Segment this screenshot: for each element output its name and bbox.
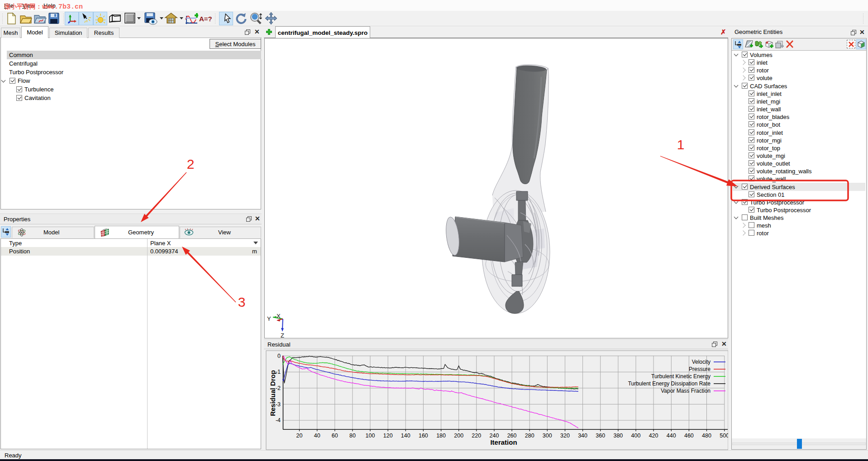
svg-text:20: 20 xyxy=(296,432,303,439)
svg-text:320: 320 xyxy=(560,432,570,439)
svg-text:80: 80 xyxy=(349,432,356,439)
svg-text:220: 220 xyxy=(472,432,481,439)
svg-text:180: 180 xyxy=(436,432,446,439)
svg-text:280: 280 xyxy=(525,432,534,439)
svg-text:140: 140 xyxy=(401,432,410,439)
svg-text:X: X xyxy=(277,313,281,319)
svg-text:Pressure: Pressure xyxy=(689,366,711,372)
svg-text:100: 100 xyxy=(366,432,375,439)
svg-text:420: 420 xyxy=(649,432,658,439)
svg-text:-4: -4 xyxy=(276,417,281,423)
svg-text:200: 200 xyxy=(454,432,463,439)
svg-text:260: 260 xyxy=(507,432,517,439)
svg-text:Vapor Mass Fraction: Vapor Mass Fraction xyxy=(661,388,711,394)
svg-text:480: 480 xyxy=(702,432,711,439)
svg-text:Turbulent Kinetic Energy: Turbulent Kinetic Energy xyxy=(651,373,711,380)
svg-text:0: 0 xyxy=(277,353,281,359)
svg-text:500: 500 xyxy=(720,432,728,439)
svg-text:Y: Y xyxy=(267,315,271,322)
svg-text:460: 460 xyxy=(684,432,694,439)
svg-text:160: 160 xyxy=(419,432,428,439)
svg-text:Residual Drop: Residual Drop xyxy=(269,370,277,416)
svg-text:Iteration: Iteration xyxy=(490,438,517,446)
svg-text:300: 300 xyxy=(543,432,552,439)
svg-text:60: 60 xyxy=(332,432,338,439)
svg-text:440: 440 xyxy=(667,432,676,439)
svg-text:Z: Z xyxy=(281,332,284,338)
svg-text:Turbulent Energy Dissipation R: Turbulent Energy Dissipation Rate xyxy=(628,380,711,387)
svg-text:40: 40 xyxy=(314,432,320,439)
svg-text:360: 360 xyxy=(596,432,605,439)
svg-text:400: 400 xyxy=(631,432,641,439)
svg-text:Velocity: Velocity xyxy=(692,359,711,365)
svg-text:340: 340 xyxy=(578,432,587,439)
svg-text:120: 120 xyxy=(383,432,393,439)
svg-text:380: 380 xyxy=(613,432,623,439)
svg-text:240: 240 xyxy=(490,432,499,439)
